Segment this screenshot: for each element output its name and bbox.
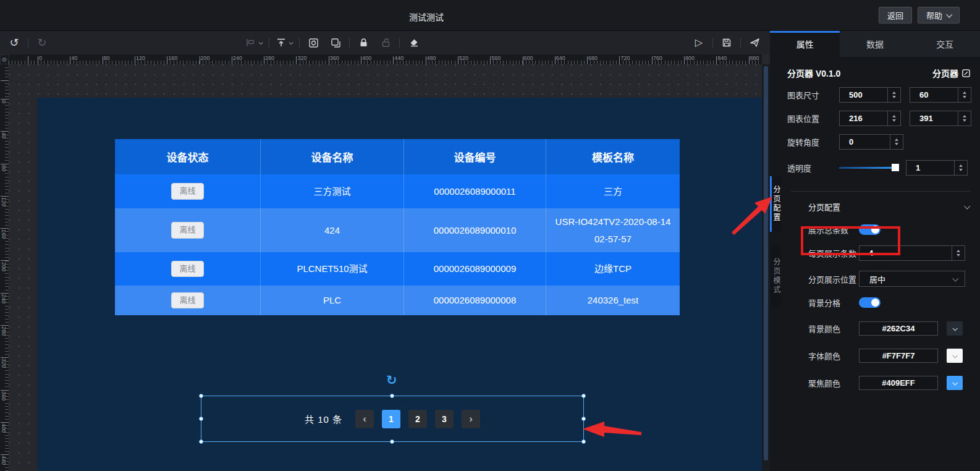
resize-handle[interactable] <box>199 394 203 398</box>
side-tab-pagination-config[interactable]: 分页配置 <box>770 176 781 232</box>
pagination-config-section-header[interactable]: 分页配置 <box>770 192 980 213</box>
back-button[interactable]: 返回 <box>879 7 912 23</box>
chart-height-input[interactable]: 60 <box>910 87 971 103</box>
input-value: 4 <box>860 246 952 260</box>
step-down-icon <box>963 119 966 122</box>
align-top-button[interactable] <box>276 35 292 50</box>
bg-split-toggle[interactable] <box>859 297 881 308</box>
preview-button[interactable]: ▷ <box>692 35 706 50</box>
stepper-buttons[interactable] <box>954 161 967 175</box>
next-page-button[interactable]: › <box>462 410 480 428</box>
unlock-button[interactable] <box>379 35 392 50</box>
help-label: 帮助 <box>926 9 942 21</box>
opacity-slider[interactable] <box>839 167 896 169</box>
resize-handle[interactable] <box>390 394 394 398</box>
step-down-icon <box>895 143 898 145</box>
step-up-icon <box>892 115 896 117</box>
slider-knob[interactable] <box>892 164 899 171</box>
template-cell: 边缘TCP <box>546 252 680 286</box>
field-label: 背景颜色 <box>808 323 859 334</box>
tab-properties[interactable]: 属性 <box>770 31 840 57</box>
widget-edit-link[interactable]: 分页器 <box>932 67 970 79</box>
pagination-widget-selection[interactable]: ↻ 共 10 条 ‹ 1 2 3 › <box>201 396 584 442</box>
side-tab-pagination-mode[interactable]: 分页模式 <box>770 246 781 307</box>
rotate-angle-input[interactable]: 0 <box>839 134 903 150</box>
toolbar-divider <box>269 38 269 48</box>
topbar: 测试测试 返回 帮助 <box>0 0 980 31</box>
help-button[interactable]: 帮助 <box>918 7 960 23</box>
stepper-buttons[interactable] <box>890 135 903 149</box>
page-size-input[interactable]: 4 <box>859 245 965 261</box>
tab-interaction[interactable]: 交互 <box>910 31 980 57</box>
editor-canvas[interactable]: 设备状态 设备名称 设备编号 模板名称 离线 三方测试 000002608900… <box>9 64 762 471</box>
page-button-1[interactable]: 1 <box>382 410 400 428</box>
focus-color-swatch[interactable] <box>947 376 963 390</box>
save-button[interactable] <box>720 35 733 50</box>
tab-data[interactable]: 数据 <box>840 31 910 57</box>
ungroup-button[interactable] <box>329 35 342 50</box>
resize-handle[interactable] <box>581 417 586 421</box>
ruler-corner[interactable]: ◎ <box>0 54 9 64</box>
undo-button[interactable]: ↺ <box>7 35 21 50</box>
align-marker-button[interactable] <box>245 35 262 50</box>
field-label: 透明度 <box>787 162 839 174</box>
bg-color-input[interactable]: #262C34 <box>859 321 938 336</box>
clear-button[interactable] <box>407 35 420 50</box>
table-row: 离线 PLCNET510测试 0000026089000009 边缘TCP <box>115 252 680 286</box>
step-down-icon <box>892 119 896 122</box>
app-root: 测试测试 返回 帮助 ↺ ↻ <box>0 0 980 471</box>
design-artboard[interactable]: 设备状态 设备名称 设备编号 模板名称 离线 三方测试 000002608900… <box>38 98 762 471</box>
step-down-icon <box>892 96 896 98</box>
stepper-buttons[interactable] <box>952 246 965 260</box>
chart-x-input[interactable]: 216 <box>839 111 901 126</box>
chart-width-input[interactable]: 500 <box>839 87 901 103</box>
resize-handle[interactable] <box>581 439 586 444</box>
prev-page-button[interactable]: ‹ <box>355 410 374 428</box>
rotate-handle[interactable]: ↻ <box>386 373 397 388</box>
resize-handle[interactable] <box>199 439 203 444</box>
focus-color-input[interactable]: #409EFF <box>859 376 938 390</box>
bg-color-swatch[interactable] <box>947 321 963 336</box>
opacity-input[interactable]: 1 <box>906 160 968 176</box>
ruler-label: 120 <box>136 55 145 61</box>
show-total-toggle[interactable] <box>859 224 881 235</box>
publish-button[interactable] <box>748 35 761 50</box>
ruler-label: 280 <box>265 55 274 61</box>
pager-position-select[interactable]: 居中 <box>859 271 965 287</box>
page-button-2[interactable]: 2 <box>408 410 427 428</box>
resize-handle[interactable] <box>581 394 586 398</box>
resize-handle[interactable] <box>390 439 394 444</box>
ruler-label: 360 <box>1 391 7 401</box>
chevron-down-icon <box>946 12 952 18</box>
undo-icon: ↺ <box>9 37 19 48</box>
redo-button[interactable]: ↻ <box>35 35 49 50</box>
chart-size-row: 图表尺寸 500 60 <box>770 79 980 103</box>
eye-icon: ◎ <box>2 56 7 62</box>
ruler-label: 320 <box>1 359 7 368</box>
device-table-widget[interactable]: 设备状态 设备名称 设备编号 模板名称 离线 三方测试 000002608900… <box>115 139 680 315</box>
chart-y-input[interactable]: 391 <box>910 111 971 126</box>
stepper-buttons[interactable] <box>958 88 971 102</box>
stepper-buttons[interactable] <box>887 88 900 102</box>
lock-button[interactable] <box>357 35 370 50</box>
group-button[interactable] <box>306 35 320 50</box>
panel-tabbar: 属性 数据 交互 <box>770 31 980 57</box>
chevron-down-icon <box>952 275 958 281</box>
status-badge: 离线 <box>171 261 203 278</box>
page-button-3[interactable]: 3 <box>435 410 454 428</box>
font-color-swatch[interactable] <box>947 349 963 363</box>
canvas-scrollbar[interactable] <box>762 64 770 471</box>
field-label: 展示总条数 <box>808 224 859 236</box>
resize-handle[interactable] <box>199 417 203 421</box>
field-label: 图表位置 <box>787 112 839 124</box>
template-cell: 三方 <box>546 174 680 208</box>
opacity-row: 透明度 1 <box>770 150 980 176</box>
toolbar-divider <box>28 38 28 48</box>
stepper-buttons[interactable] <box>958 111 971 125</box>
step-up-icon <box>959 164 963 167</box>
ruler-label: 880 <box>750 55 759 61</box>
stepper-buttons[interactable] <box>887 111 900 125</box>
scrollbar-thumb[interactable] <box>764 66 768 460</box>
font-color-input[interactable]: #F7F7F7 <box>859 349 938 363</box>
ruler-label: 80 <box>1 165 7 171</box>
